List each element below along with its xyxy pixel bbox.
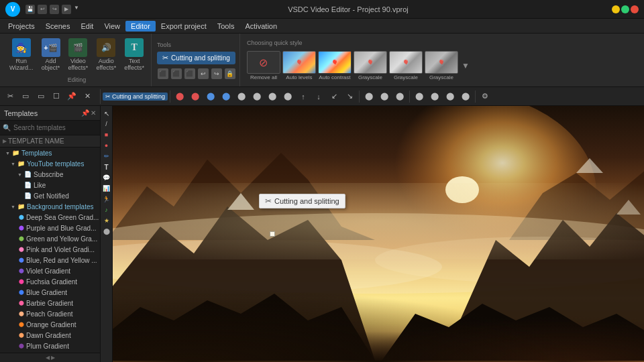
- menu-activation[interactable]: Activation: [239, 21, 282, 32]
- panel-pin-btn[interactable]: 📌: [81, 109, 89, 117]
- tree-item-violet[interactable]: ⬤ Violet Gradient: [0, 265, 100, 276]
- tool-arr-2[interactable]: ⬤: [250, 89, 264, 104]
- tree-item-templates-root[interactable]: ▼ 📁 Templates: [0, 147, 100, 158]
- tool-btn-1[interactable]: ⬛: [158, 68, 168, 79]
- tool-btn-5[interactable]: ↪: [211, 68, 222, 79]
- tool-btn-4[interactable]: ↩: [198, 68, 209, 79]
- grayscale-2-button[interactable]: 🎈 Grayscale: [389, 51, 423, 80]
- close-button[interactable]: [631, 5, 639, 13]
- draw-pen-btn[interactable]: ✏: [102, 152, 111, 161]
- save-btn[interactable]: 💾: [25, 5, 35, 14]
- remove-all-button[interactable]: ⊘ Remove all: [247, 51, 280, 80]
- redo-btn[interactable]: ↪: [50, 5, 59, 14]
- tree-item-barbie[interactable]: ⬤ Barbie Gradient: [0, 298, 100, 308]
- cutting-active-btn[interactable]: ✂ Cutting and splitting: [103, 93, 168, 101]
- snap-btn-3[interactable]: ⬤: [443, 89, 458, 104]
- tool-btn-6[interactable]: 🔒: [225, 68, 235, 79]
- minimize-button[interactable]: [612, 5, 620, 13]
- snap-btn-4[interactable]: ⬤: [458, 89, 473, 104]
- rect-tool[interactable]: ▭: [18, 89, 33, 104]
- chart-btn[interactable]: 📊: [102, 184, 111, 193]
- tool-red-2[interactable]: ⬤: [188, 89, 203, 104]
- grayscale-3-button[interactable]: 🎈 Grayscale: [425, 51, 458, 80]
- play-btn[interactable]: ▶: [62, 5, 71, 14]
- cut-tool[interactable]: ✂: [3, 89, 17, 104]
- snap-btn-1[interactable]: ⬤: [412, 89, 427, 104]
- tool-red-1[interactable]: ⬤: [172, 89, 187, 104]
- text-effects-button[interactable]: T Texteffects*: [121, 37, 147, 73]
- layer-btn-3[interactable]: ⬤: [392, 89, 407, 104]
- auto-contrast-button[interactable]: 🎈 Auto contrast: [318, 51, 352, 80]
- layer-btn-1[interactable]: ⬤: [362, 89, 376, 104]
- snap-btn-2[interactable]: ⬤: [427, 89, 442, 104]
- arrow-down-btn[interactable]: ↓: [311, 89, 326, 104]
- cursor-tool-btn[interactable]: ↖: [102, 109, 111, 118]
- arrow-dr-btn[interactable]: ↘: [342, 89, 357, 104]
- tool-blue-1[interactable]: ⬤: [203, 89, 218, 104]
- tree-item-fuchsia[interactable]: ⬤ Fuchsia Gradient: [0, 276, 100, 287]
- audio-btn[interactable]: ♪: [102, 205, 111, 215]
- shape-oval-btn[interactable]: ●: [102, 141, 111, 150]
- shape-rect-btn[interactable]: ■: [102, 130, 111, 139]
- close-panel-btn[interactable]: ✕: [80, 89, 95, 104]
- tree-item-peach[interactable]: ⬤ Peach Gradient: [0, 308, 100, 319]
- tool-btn-3[interactable]: ⬛: [184, 68, 195, 79]
- menu-editor[interactable]: Editor: [125, 21, 156, 32]
- more-tools-btn[interactable]: ⬤: [102, 227, 111, 236]
- cutting-splitting-button[interactable]: ✂ Cutting and splitting: [157, 52, 235, 64]
- speech-bubble-btn[interactable]: 💬: [102, 173, 111, 182]
- tool-btn-2[interactable]: ⬛: [171, 68, 182, 79]
- auto-levels-button[interactable]: 🎈 Auto levels: [282, 51, 316, 80]
- grayscale-1-button[interactable]: 🎈 Grayscale: [354, 51, 387, 80]
- tree-item-getnotified[interactable]: 📄 Get Notified: [0, 190, 100, 201]
- text-insert-btn[interactable]: T: [102, 162, 111, 172]
- maximize-button[interactable]: [621, 5, 629, 13]
- resize-handle[interactable]: [270, 231, 275, 237]
- menu-projects[interactable]: Projects: [3, 21, 40, 32]
- menu-tools[interactable]: Tools: [212, 21, 240, 32]
- undo-btn[interactable]: ↩: [38, 5, 47, 14]
- scroll-right-btn[interactable]: ▶: [51, 355, 55, 361]
- tree-item-deep-sea[interactable]: ⬤ Deep Sea Green Grad...: [0, 212, 100, 223]
- tree-item-youtube[interactable]: ▼ 📁 YouTube templates: [0, 158, 100, 169]
- settings-btn[interactable]: ⚙: [478, 89, 492, 104]
- menu-scenes[interactable]: Scenes: [40, 21, 76, 32]
- tool-arr-1[interactable]: ⬤: [234, 89, 249, 104]
- add-object-button[interactable]: +🎬 Addobject*: [39, 37, 63, 73]
- tree-item-green-yellow[interactable]: ⬤ Green and Yellow Gra...: [0, 233, 100, 244]
- sticker-btn[interactable]: ★: [102, 216, 111, 225]
- scroll-left-btn[interactable]: ◀: [46, 355, 50, 361]
- tree-item-like[interactable]: 📄 Like: [0, 180, 100, 190]
- hand-tool[interactable]: ☐: [49, 89, 64, 104]
- arrow-dl-btn[interactable]: ↙: [327, 89, 341, 104]
- menu-view[interactable]: View: [99, 21, 125, 32]
- tool-arr-3[interactable]: ⬤: [265, 89, 280, 104]
- select-tool[interactable]: ▭: [34, 89, 48, 104]
- layer-btn-2[interactable]: ⬤: [377, 89, 392, 104]
- tree-item-dawn[interactable]: ⬤ Dawn Gradient: [0, 330, 100, 341]
- tree-item-blue-red[interactable]: ⬤ Blue, Red and Yellow ...: [0, 255, 100, 265]
- menu-edit[interactable]: Edit: [75, 21, 99, 32]
- tool-arr-4[interactable]: ⬤: [280, 89, 295, 104]
- pin-btn[interactable]: 📌: [64, 89, 79, 104]
- search-input[interactable]: [13, 124, 99, 131]
- arrow-up-btn[interactable]: ↑: [296, 89, 311, 104]
- tool-blue-2[interactable]: ⬤: [219, 89, 233, 104]
- run-wizard-button[interactable]: 🧙 RunWizard...: [7, 37, 36, 73]
- tree-item-plum[interactable]: ⬤ Plum Gradient: [0, 341, 100, 351]
- wizard-label: RunWizard...: [9, 58, 34, 72]
- tree-item-pink-violet[interactable]: ⬤ Pink and Violet Gradi...: [0, 244, 100, 255]
- quick-access-arrow[interactable]: ▼: [74, 5, 79, 14]
- tree-item-background[interactable]: ▼ 📁 Background templates: [0, 201, 100, 212]
- animation-btn[interactable]: 🏃: [102, 194, 111, 204]
- audio-effects-button[interactable]: 🔊 Audioeffects*: [93, 37, 119, 73]
- tree-item-orange[interactable]: ⬤ Orange Gradient: [0, 319, 100, 330]
- quick-style-more[interactable]: ▼: [462, 61, 470, 70]
- draw-line-btn[interactable]: /: [102, 119, 111, 129]
- menu-export[interactable]: Export project: [156, 21, 212, 32]
- tree-item-blue-grad[interactable]: ⬤ Blue Gradient: [0, 287, 100, 298]
- panel-close-btn[interactable]: ✕: [91, 109, 96, 117]
- video-effects-button[interactable]: 🎬 Videoeffects*: [66, 37, 91, 73]
- tree-item-purple-blue[interactable]: ⬤ Purple and Blue Grad...: [0, 223, 100, 233]
- tree-item-subscribe[interactable]: ▼ 📄 Subscribe: [0, 169, 100, 180]
